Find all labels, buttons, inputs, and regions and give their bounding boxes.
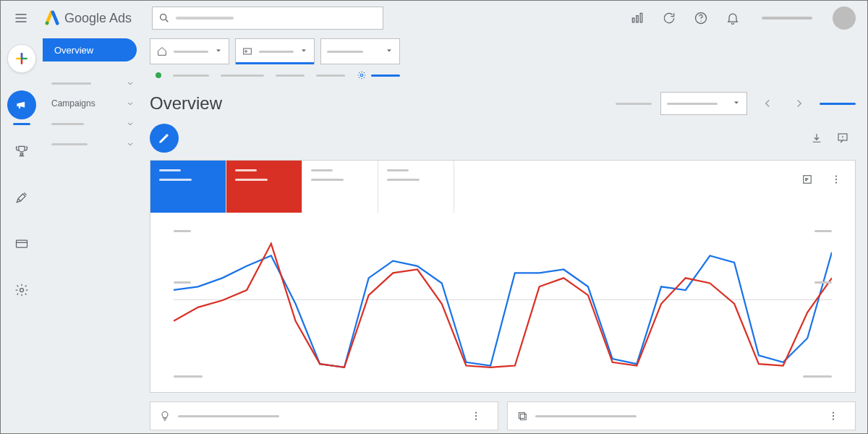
- sidepanel-item-campaigns[interactable]: Campaigns: [43, 93, 144, 114]
- ads-logo-icon: [44, 10, 60, 26]
- svg-point-11: [360, 74, 363, 77]
- y-tick-right-mid: [814, 281, 832, 284]
- help-button[interactable]: [686, 4, 715, 33]
- metric-value-placeholder: [387, 179, 420, 181]
- metric-tile-2[interactable]: [226, 161, 302, 213]
- menu-toggle[interactable]: [7, 4, 35, 33]
- svg-rect-21: [519, 412, 524, 418]
- svg-point-1: [161, 14, 166, 20]
- gear-icon: [357, 70, 367, 80]
- reports-button[interactable]: [623, 4, 652, 33]
- insights-card[interactable]: [507, 401, 856, 430]
- metric-value-placeholder: [235, 179, 268, 181]
- sidepanel-overview-pill[interactable]: Overview: [43, 38, 137, 61]
- scope-adgroup-selector[interactable]: [320, 38, 400, 64]
- date-shortcut-placeholder[interactable]: [820, 103, 856, 105]
- date-next-button[interactable]: [788, 92, 811, 115]
- notifications-button[interactable]: [718, 4, 747, 33]
- brand-logo[interactable]: Google Ads: [41, 10, 135, 26]
- campaign-settings-link[interactable]: [357, 70, 400, 80]
- user-avatar[interactable]: [833, 7, 856, 30]
- svg-rect-4: [640, 13, 642, 22]
- expand-chart-button[interactable]: [794, 166, 820, 192]
- download-button[interactable]: [804, 125, 830, 151]
- megaphone-icon: [14, 98, 29, 112]
- card-more-button[interactable]: [820, 403, 846, 429]
- scope-account-selector[interactable]: [150, 38, 229, 64]
- campaign-scope-icon: [242, 46, 253, 57]
- chevron-right-icon: [793, 97, 806, 110]
- sidepanel-item-3[interactable]: [43, 114, 144, 134]
- tools-icon: [14, 190, 29, 205]
- metric-tile-3[interactable]: [302, 161, 378, 213]
- brand-name: Google Ads: [64, 11, 132, 26]
- card-more-button[interactable]: [463, 403, 489, 429]
- chart-more-button[interactable]: [823, 166, 849, 192]
- svg-rect-22: [520, 414, 526, 420]
- svg-point-10: [245, 51, 247, 53]
- more-vert-icon: [830, 173, 843, 186]
- customize-button[interactable]: [150, 124, 179, 153]
- metric-tile-4[interactable]: [378, 161, 454, 213]
- top-bar: Google Ads: [1, 1, 867, 35]
- svg-point-0: [46, 21, 49, 25]
- metric-label-placeholder: [387, 169, 409, 171]
- status-placeholder: [173, 75, 209, 77]
- create-button[interactable]: [7, 44, 36, 73]
- x-tick-end: [803, 375, 832, 378]
- chart-series-metric-blue: [174, 252, 832, 367]
- scope-campaign-selector[interactable]: [235, 38, 315, 64]
- rail-item-tools[interactable]: [7, 183, 36, 212]
- search-placeholder: [176, 17, 234, 20]
- plus-icon: [14, 51, 29, 66]
- metric-label-placeholder: [159, 169, 181, 171]
- svg-point-16: [835, 182, 837, 183]
- chevron-down-icon: [125, 98, 135, 109]
- svg-point-24: [833, 415, 834, 417]
- card-title-placeholder: [535, 415, 637, 417]
- sidepanel-item-4[interactable]: [43, 134, 144, 154]
- refresh-button[interactable]: [655, 4, 684, 33]
- sidepanel-item-1[interactable]: [43, 73, 144, 93]
- sidepanel-label-placeholder: [51, 82, 91, 85]
- top-utility-icons: [623, 4, 747, 33]
- help-icon: [694, 11, 708, 25]
- status-placeholder: [316, 75, 345, 77]
- svg-point-15: [835, 179, 837, 180]
- rail-item-campaigns[interactable]: [7, 90, 36, 119]
- scope-label-placeholder: [327, 51, 363, 53]
- pencil-icon: [158, 132, 171, 145]
- metric-value-placeholder: [159, 179, 192, 181]
- svg-point-6: [700, 21, 701, 22]
- search-icon: [158, 12, 170, 24]
- svg-point-14: [835, 175, 837, 176]
- svg-rect-2: [632, 18, 634, 22]
- summary-chart-card: [150, 160, 856, 393]
- nav-rail: [1, 35, 43, 433]
- rail-item-goals[interactable]: [7, 137, 36, 166]
- date-range-selector[interactable]: [660, 92, 747, 115]
- sidepanel-label-placeholder: [51, 143, 88, 145]
- download-icon: [810, 132, 823, 145]
- feedback-button[interactable]: [830, 125, 856, 151]
- account-label-placeholder: [762, 17, 812, 20]
- compare-label-placeholder: [616, 103, 652, 105]
- lightbulb-icon: [159, 410, 171, 422]
- date-prev-button[interactable]: [756, 92, 779, 115]
- y-tick-right: [814, 230, 832, 232]
- rail-item-admin[interactable]: [7, 276, 36, 305]
- metric-tile-1[interactable]: [150, 161, 226, 213]
- rail-item-billing[interactable]: [7, 229, 36, 258]
- global-search[interactable]: [152, 7, 383, 30]
- sidepanel-label-placeholder: [51, 123, 84, 125]
- recommendations-card[interactable]: [150, 401, 498, 430]
- status-enabled-dot: [156, 72, 161, 78]
- caret-down-icon: [299, 46, 308, 57]
- caret-down-icon: [385, 46, 393, 57]
- more-vert-icon: [827, 409, 840, 422]
- bar-chart-icon: [630, 11, 644, 25]
- settings-link-placeholder: [371, 75, 400, 77]
- bell-icon: [726, 11, 740, 25]
- y-tick-left-mid: [174, 281, 191, 284]
- y-tick-left: [174, 230, 191, 232]
